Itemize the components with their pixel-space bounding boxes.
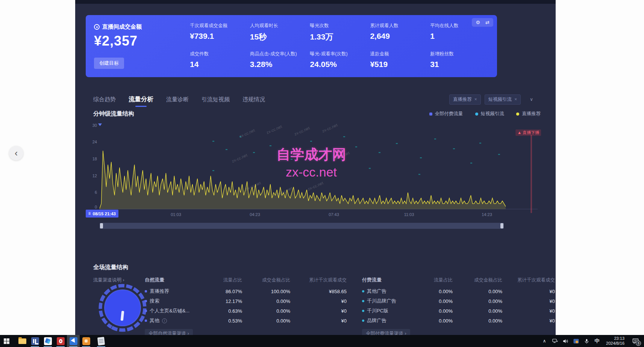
metric-label: 新增粉丝数 (430, 51, 490, 57)
axis-start-date-chip[interactable]: ⠿ 08/15 21:43 (86, 210, 118, 218)
taskbar-app-active-pointer[interactable] (67, 335, 80, 347)
taskbar-app-blue[interactable] (41, 335, 54, 347)
info-icon[interactable]: i (162, 318, 167, 323)
bullet-icon (362, 290, 364, 292)
minute-chart-title: 分钟级流量结构 (93, 110, 134, 118)
metric-value: 24.05% (310, 60, 370, 69)
metric-value: 15秒 (250, 32, 310, 42)
filter-tag-live-recommend[interactable]: 直播推荐 × (449, 94, 481, 105)
settings-gear-icon[interactable]: ⚙ (476, 20, 480, 25)
traffic-donut-chart[interactable] (95, 282, 150, 334)
filter-tag-short-video[interactable]: 短视频引流 × (485, 94, 521, 105)
app-tile-icon (44, 337, 52, 345)
metric-label: 人均观看时长 (250, 23, 310, 29)
slider-right-handle[interactable] (500, 223, 503, 228)
cell-value: 0.00% (418, 289, 453, 294)
table-header-row: 付费流量 流量占比 成交金额占比 累计千次观看成交 (362, 275, 555, 285)
tab-short-video[interactable]: 引流短视频 (202, 96, 230, 103)
summary-card: 直播间成交金额 ¥2,357 创建目标 千次观看成交金额¥739.1 人均观看时… (86, 15, 497, 77)
tray-app-icon[interactable] (571, 335, 580, 347)
metric-cell: 累计观看人数2,649 (370, 23, 430, 42)
filter-tags: 直播推荐 × 短视频引流 × ∨ (449, 94, 533, 105)
metric-label: 商品点击-成交率(人数) (250, 51, 310, 57)
channel-name: 品牌广告 (367, 317, 386, 324)
remove-tag-icon[interactable]: × (474, 97, 477, 102)
metric-cell: 曝光次数1.33万 (310, 23, 370, 42)
tab-traffic-analysis[interactable]: 流量分析 (129, 95, 153, 103)
taskbar-clock[interactable]: 23:13 2024/8/16 (603, 336, 627, 346)
metric-value: 31 (430, 60, 490, 69)
metric-value: 1.33万 (310, 32, 370, 42)
table-row: 千川品牌广告 0.00% 0.00% ¥0 (362, 296, 555, 306)
tray-chevron-up-icon[interactable]: ∧ (540, 335, 549, 347)
row-label: 其他广告 (362, 288, 418, 295)
network-icon[interactable] (550, 335, 559, 347)
ime-indicator[interactable]: 中 (592, 335, 602, 347)
row-label: 搜索 (145, 298, 206, 304)
x-axis-tick: 01:03 (171, 212, 181, 217)
cell-value: 0.00% (242, 308, 290, 314)
y-axis-tick: 24 (86, 140, 97, 144)
y-axis-tick: 12 (86, 174, 97, 178)
legend-swatch (429, 113, 432, 116)
tab-traffic-diagnosis[interactable]: 流量诊断 (166, 96, 189, 103)
minute-chart: 30 24 18 12 6 0 zx-cc.netzx-cc.netzx-cc.… (86, 123, 556, 220)
y-axis-tick: 6 (86, 190, 97, 195)
legend-paid-traffic[interactable]: 全部付费流量 (429, 111, 463, 117)
app-tile-icon (31, 337, 39, 345)
metric-label: 千次观看成交金额 (190, 23, 250, 29)
taskbar-app-notepad[interactable] (95, 335, 108, 347)
create-goal-button[interactable]: 创建目标 (94, 58, 124, 69)
metric-cell: 千次观看成交金额¥739.1 (190, 23, 250, 42)
natural-traffic-table: 自然流量 流量占比 成交金额占比 累计千次观看成交 直播推荐 86.07% 10… (145, 275, 347, 338)
cell-value: ¥0 (290, 308, 347, 314)
small-watermark: zx-cc.net (238, 128, 255, 139)
legend-label: 全部付费流量 (435, 111, 463, 117)
taskbar-app-l1[interactable] (29, 335, 41, 347)
taskbar-app-opera[interactable] (54, 335, 67, 347)
bullet-icon (362, 310, 364, 312)
page-back-button[interactable]: ‹ (9, 146, 23, 160)
folder-icon (18, 338, 26, 344)
paid-traffic-table: 付费流量 流量占比 成交金额占比 累计千次观看成交 其他广告 0.00% 0.0… (362, 275, 555, 338)
small-watermark: zx-cc.net (276, 186, 293, 197)
y-axis-tick: 30 (86, 123, 97, 128)
microphone-icon[interactable] (582, 335, 591, 347)
tab-violations[interactable]: 违规情况 (242, 96, 265, 103)
card-toolbar: ⚙ ⇄ (472, 18, 493, 27)
chevron-down-icon[interactable]: ∨ (530, 97, 533, 102)
legend-short-video[interactable]: 短视频引流 (475, 111, 505, 117)
swap-metrics-icon[interactable]: ⇄ (485, 20, 489, 25)
small-watermark: zx-cc.net (231, 153, 248, 164)
legend-live-recommend[interactable]: 直播推荐 (516, 111, 541, 117)
metric-label: 成交件数 (190, 51, 250, 57)
cell-value: 0.00% (418, 308, 453, 314)
cell-value: ¥0 (502, 289, 555, 294)
taskbar-file-explorer[interactable] (16, 335, 29, 347)
start-button[interactable] (0, 335, 13, 347)
chart-legend: 全部付费流量 短视频引流 直播推荐 (429, 111, 541, 117)
chart-range-slider[interactable] (100, 223, 504, 229)
tab-overall-trend[interactable]: 综合趋势 (93, 96, 116, 103)
x-axis-tick: 14:23 (482, 212, 492, 217)
bullet-icon (145, 300, 147, 302)
action-center-button[interactable]: 3 (629, 335, 642, 347)
cell-value: ¥0 (502, 298, 555, 304)
screen: ‹ 直播间成交金额 ¥2,357 创建目标 千次观看成交金额¥739.1 人均观… (0, 0, 644, 347)
cell-value: ¥858.65 (290, 289, 347, 294)
y-axis-tick: 18 (86, 157, 97, 161)
table-row: 个人主页&店铺&... 0.63% 0.00% ¥0 (145, 306, 347, 316)
cell-value: 0.00% (242, 298, 290, 304)
back-icon: ‹ (15, 149, 18, 158)
slider-left-handle[interactable] (100, 223, 103, 228)
analytics-dashboard: 直播间成交金额 ¥2,357 创建目标 千次观看成交金额¥739.1 人均观看时… (75, 0, 556, 335)
table-row: 直播推荐 86.07% 100.00% ¥858.65 (145, 286, 347, 296)
volume-icon[interactable] (561, 335, 570, 347)
column-header: 付费流量 (362, 277, 418, 283)
table-row: 品牌广告 0.00% 0.00% ¥0 (362, 316, 555, 326)
system-tray: ∧ 中 23:13 2024/8/16 3 (540, 335, 644, 347)
row-label: 千川品牌广告 (362, 298, 418, 304)
taskbar-app-orange[interactable] (80, 335, 92, 347)
bullet-icon (362, 320, 364, 322)
remove-tag-icon[interactable]: × (514, 97, 517, 102)
